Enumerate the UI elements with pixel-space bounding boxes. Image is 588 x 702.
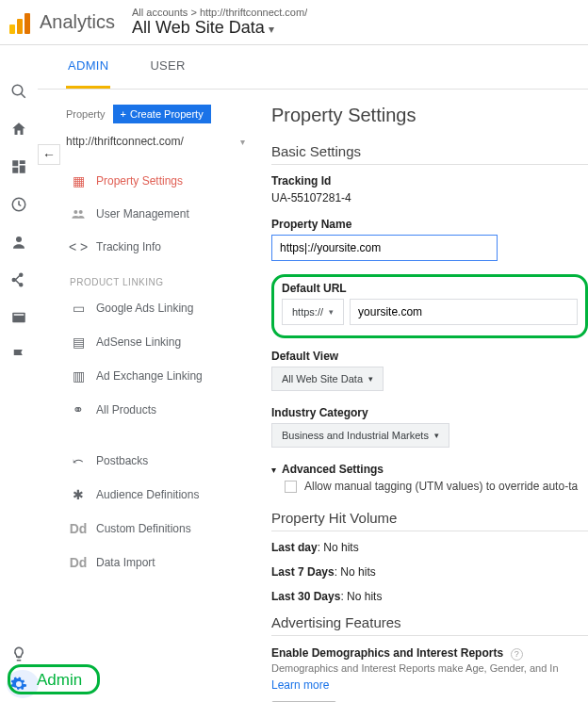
menu-postbacks[interactable]: ⤺ Postbacks — [66, 444, 254, 478]
search-icon[interactable] — [10, 83, 27, 100]
svg-point-13 — [74, 210, 77, 214]
product-linking-header: PRODUCT LINKING — [66, 264, 254, 291]
menu-ad-exchange-linking[interactable]: ▥ Ad Exchange Linking — [66, 359, 254, 393]
svg-point-0 — [12, 85, 23, 95]
menu-all-products[interactable]: ⚭ All Products — [66, 393, 254, 427]
svg-point-8 — [12, 279, 15, 282]
default-view-select[interactable]: All Web Site Data ▾ — [271, 367, 384, 391]
menu-audience-definitions[interactable]: ✱ Audience Definitions — [66, 478, 254, 512]
chevron-down-icon: ▾ — [329, 307, 334, 317]
hit-volume-header: Property Hit Volume — [271, 510, 588, 531]
google-ads-icon: ▭ — [70, 301, 87, 316]
plus-icon: + — [121, 108, 126, 120]
admin-annotation: Admin — [8, 664, 100, 694]
chevron-down-icon: ▾ — [271, 465, 276, 475]
top-header: Analytics All accounts > http://thriftco… — [0, 0, 588, 45]
content-area: ADMIN USER ← Property + Create Property … — [38, 45, 588, 702]
help-icon[interactable]: ? — [511, 648, 523, 661]
settings-panel: Property Settings Basic Settings Trackin… — [254, 99, 588, 702]
default-url-label: Default URL — [282, 282, 578, 295]
menu-custom-definitions[interactable]: Dd Custom Definitions — [66, 512, 254, 546]
advanced-settings-toggle[interactable]: ▾ Advanced Settings — [271, 463, 588, 476]
analytics-logo-icon — [9, 11, 32, 34]
chevron-down-icon: ▾ — [368, 374, 373, 384]
advertising-features-header: Advertising Features — [271, 614, 588, 636]
chevron-down-icon: ▾ — [240, 137, 245, 147]
svg-rect-5 — [12, 168, 18, 173]
default-url-input[interactable] — [350, 299, 578, 325]
hits-last-30: Last 30 Days: No hits — [271, 590, 588, 603]
hits-last-day: Last day: No hits — [271, 541, 588, 554]
industry-category-select[interactable]: Business and Industrial Markets ▾ — [271, 423, 449, 448]
property-label: Property — [66, 108, 106, 120]
tab-admin[interactable]: ADMIN — [66, 45, 110, 89]
svg-rect-2 — [12, 160, 18, 166]
tab-user[interactable]: USER — [148, 45, 187, 89]
link-icon: ⚭ — [70, 402, 87, 417]
admin-tabs: ADMIN USER — [38, 45, 588, 90]
basic-settings-header: Basic Settings — [271, 143, 588, 165]
checkbox-icon[interactable] — [285, 481, 297, 493]
chevron-down-icon: ▾ — [434, 431, 439, 440]
breadcrumb-path: All accounts > http://thriftconnect.com/ — [132, 7, 307, 18]
breadcrumb-view: All Web Site Data▾ — [132, 18, 307, 38]
settings-square-icon: ▦ — [70, 173, 87, 188]
default-url-highlight: Default URL https:// ▾ — [271, 274, 588, 338]
behavior-icon[interactable] — [10, 309, 27, 326]
menu-tracking-info[interactable]: < > Tracking Info — [66, 230, 254, 264]
menu-adsense-linking[interactable]: ▤ AdSense Linking — [66, 325, 254, 359]
svg-rect-12 — [14, 314, 24, 316]
chevron-down-icon: ▾ — [269, 23, 274, 36]
create-property-button[interactable]: + Create Property — [113, 105, 211, 123]
menu-google-ads-linking[interactable]: ▭ Google Ads Linking — [66, 291, 254, 325]
svg-point-10 — [20, 284, 23, 286]
acquisition-icon[interactable] — [10, 271, 27, 288]
demographics-title: Enable Demographics and Interest Reports — [271, 646, 503, 660]
app-title: Analytics — [40, 11, 115, 33]
property-name-input[interactable] — [271, 235, 498, 261]
learn-more-link[interactable]: Learn more — [271, 678, 329, 692]
default-view-label: Default View — [271, 350, 588, 363]
property-column: Property + Create Property http://thrift… — [66, 99, 254, 702]
view-selector[interactable]: All accounts > http://thriftconnect.com/… — [132, 7, 307, 38]
url-scheme-select[interactable]: https:// ▾ — [282, 299, 344, 325]
demographics-description: Demographics and Interest Reports make A… — [271, 662, 588, 674]
svg-point-14 — [79, 210, 83, 214]
flag-icon[interactable] — [10, 347, 27, 364]
dashboard-icon[interactable] — [10, 158, 27, 175]
clock-icon[interactable] — [10, 196, 27, 213]
left-nav-rail — [0, 45, 38, 702]
data-import-icon: Dd — [70, 555, 87, 570]
property-selector[interactable]: http://thriftconnect.com/ ▾ — [66, 129, 245, 156]
industry-category-label: Industry Category — [271, 406, 588, 419]
audience-icon: ✱ — [70, 487, 87, 502]
home-icon[interactable] — [10, 121, 27, 138]
tracking-id-value: UA-55107281-4 — [271, 191, 588, 204]
page-title: Property Settings — [271, 105, 588, 126]
svg-point-7 — [16, 237, 22, 242]
svg-rect-4 — [20, 166, 25, 173]
hits-last-7: Last 7 Days: No hits — [271, 565, 588, 579]
postbacks-icon: ⤺ — [70, 453, 87, 468]
adsense-icon: ▤ — [70, 335, 87, 350]
tracking-id-label: Tracking Id — [271, 174, 588, 188]
users-icon — [70, 208, 87, 220]
svg-point-9 — [20, 273, 23, 276]
lightbulb-icon[interactable] — [10, 645, 27, 662]
back-button[interactable]: ← — [38, 144, 60, 165]
utm-override-row[interactable]: Allow manual tagging (UTM values) to ove… — [285, 480, 588, 493]
custom-definitions-icon: Dd — [70, 521, 87, 536]
menu-user-management[interactable]: User Management — [66, 198, 254, 230]
menu-property-settings[interactable]: ▦ Property Settings — [66, 164, 254, 198]
code-icon: < > — [70, 239, 87, 254]
person-icon[interactable] — [10, 234, 27, 251]
ad-exchange-icon: ▥ — [70, 368, 87, 384]
svg-line-1 — [21, 93, 25, 98]
svg-rect-3 — [20, 160, 25, 164]
menu-data-import[interactable]: Dd Data Import — [66, 546, 254, 580]
property-name-label: Property Name — [271, 218, 588, 231]
